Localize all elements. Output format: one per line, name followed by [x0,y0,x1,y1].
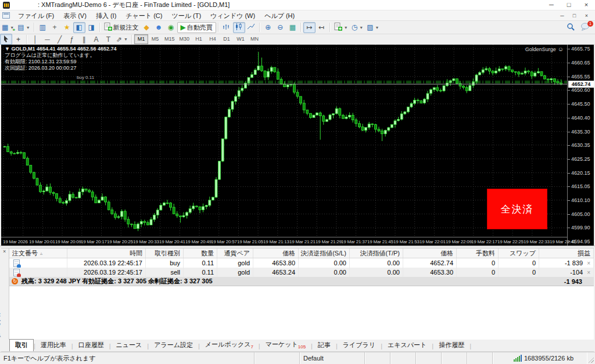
search-button[interactable] [564,22,576,33]
status-profile[interactable]: Default [300,352,365,364]
zoom-out-button[interactable]: ⊖ [274,22,286,33]
new-chart-button[interactable]: ▦+▼ [0,22,16,33]
mdi-close-button[interactable]: × [580,11,593,20]
profiles-button[interactable]: ▤▼ [16,22,31,33]
timeframe-m30-button[interactable]: M30 [177,34,192,44]
close-position-icon[interactable]: × [587,269,590,276]
tab-6[interactable]: マーケット105 [260,339,311,351]
tab-10[interactable]: 操作履歴 [433,340,469,351]
timeframe-d1-button[interactable]: D1 [220,34,234,44]
menu-item-0[interactable]: ファイル (F) [13,10,59,21]
text-label-button[interactable]: T [102,34,114,45]
menu-item-1[interactable]: 表示 (V) [59,10,91,21]
tile-windows-button[interactable]: ▦ [286,22,299,33]
mdi-restore-button[interactable]: □ [568,11,580,20]
market-watch-button[interactable]: ▥ [37,22,49,33]
column-header-sl[interactable]: 決済逆指値(S/L) [299,248,350,258]
signals-button[interactable]: ◉ [165,22,177,33]
tab-5[interactable]: メールボックス7 [200,339,259,351]
total-profit-value: -1 943 [564,278,594,285]
text-button[interactable]: A [90,34,102,45]
terminal-close-icon[interactable]: × [3,249,6,254]
status-segment [416,352,442,364]
toolbar-separator [26,35,27,44]
chart-area[interactable]: ▼ GOLD,M1 4654.41 4655.54 4652.56 4652.7… [1,45,594,246]
indicators-button[interactable]: ▼ [332,22,350,33]
timeframe-w1-button[interactable]: W1 [234,34,248,44]
tab-3[interactable]: ニュース [111,340,148,351]
column-header-tp[interactable]: 決済指値(T/P) [350,248,403,258]
close-all-button[interactable]: 全決済 [487,189,547,229]
tab-4[interactable]: アラーム設定 [149,340,198,351]
tab-trade[interactable]: 取引 [9,339,34,351]
column-header-time[interactable]: 時間 [67,248,146,258]
orders-table: 注文番号▵時間取引種別数量通貨ペア価格決済逆指値(S/L)決済指値(T/P)価格… [9,248,594,340]
column-header-commission[interactable]: 手数料 [457,248,499,258]
order-row[interactable]: 2026.03.19 22:45:17sell0.11gold4653.240.… [9,268,594,277]
ea-name: GoldenSurge [525,46,556,52]
tab-7[interactable]: 記事 [313,340,336,351]
auto-scroll-button[interactable]: ↦ [303,22,316,33]
menu-item-5[interactable]: ウィンドウ (W) [206,10,260,21]
column-header-type[interactable]: 取引種別 [146,248,184,258]
column-header-symbol[interactable]: 通貨ペア [217,248,253,258]
menu-item-2[interactable]: 挿入 (I) [91,10,121,21]
data-window-button[interactable]: ◨ [85,22,98,33]
timeframe-h1-button[interactable]: H1 [192,34,206,44]
candles-plot[interactable] [1,45,567,237]
timeframe-m5-button[interactable]: M5 [148,34,162,44]
order-row[interactable]: 2026.03.19 22:45:17buy0.11gold4653.800.0… [9,258,594,268]
horizontal-line-button[interactable]: ─ [41,34,53,45]
time-axis[interactable]: 19 Mar 202619 Mar 20:0119 Mar 20:0919 Ma… [1,237,567,246]
terminal-toggle-button[interactable]: ◧ [73,22,85,33]
minimize-button[interactable]: ─ [543,0,560,10]
chart-shift-button[interactable]: ↤ [316,22,328,33]
column-header-price_open[interactable]: 価格 [253,248,299,258]
close-button[interactable]: × [578,0,595,10]
timeframe-m1-button[interactable]: M1 [134,34,148,44]
timeframe-mn-button[interactable]: MN [248,34,261,44]
column-header-order[interactable]: 注文番号▵ [9,248,67,258]
community-button[interactable]: ☻ [153,22,165,33]
tab-2[interactable]: 口座履歴 [73,340,109,351]
timeframe-h4-button[interactable]: H4 [206,34,220,44]
depth-of-market-button[interactable]: ◆ [141,22,153,33]
new-order-button[interactable]: 新規注文 [102,22,141,33]
menu-item-4[interactable]: ツール (T) [167,10,206,21]
bars-chart-button[interactable] [221,22,233,33]
navigator-button[interactable]: + [49,22,61,33]
candles-chart-button[interactable] [233,22,245,33]
chart-window-icon[interactable] [2,12,10,19]
templates-button[interactable]: ▨▼ [365,22,381,33]
column-header-swap[interactable]: スワップ [499,248,539,258]
cursor-button[interactable] [0,34,12,45]
ea-label[interactable]: GoldenSurge ☺ [525,46,564,52]
price-axis[interactable]: 4665.754660.654655.554650.604645.504640.… [567,45,594,246]
zoom-in-button[interactable]: ⊕ [262,22,274,33]
fibonacci-button[interactable]: ƒ [66,34,78,45]
chat-button[interactable]: 1 [579,22,592,33]
crosshair-button[interactable]: + [12,34,24,45]
periods-button[interactable]: ◷▼ [350,22,365,33]
timeframe-m15-button[interactable]: M15 [162,34,177,44]
resize-grip[interactable] [587,352,595,364]
trendline-button[interactable]: ╱ [53,34,66,45]
line-chart-button[interactable] [245,22,257,33]
column-header-profit[interactable]: 損益 [539,248,594,258]
arrows-tool-button[interactable]: ⇗▼ [114,34,130,45]
maximize-button[interactable]: □ [560,0,578,10]
menu-item-3[interactable]: チャート (C) [121,10,167,21]
autotrading-button[interactable]: ▶自動売買 [177,22,216,33]
menu-item-6[interactable]: ヘルプ (H) [260,10,299,21]
tab-1[interactable]: 運用比率 [35,340,71,351]
ea-smiley-icon[interactable]: ☺ [558,46,564,52]
column-header-volume[interactable]: 数量 [184,248,217,258]
tab-8[interactable]: ライブラリ [338,340,381,351]
tab-9[interactable]: エキスパート [382,340,432,351]
column-header-price_cur[interactable]: 価格 [403,248,457,258]
vertical-line-button[interactable]: │ [29,34,41,45]
close-position-icon[interactable]: × [587,260,590,266]
favorites-button[interactable]: ★ [61,22,73,33]
channel-button[interactable]: ∥ [78,34,90,45]
mdi-minimize-button[interactable]: ─ [556,11,568,20]
